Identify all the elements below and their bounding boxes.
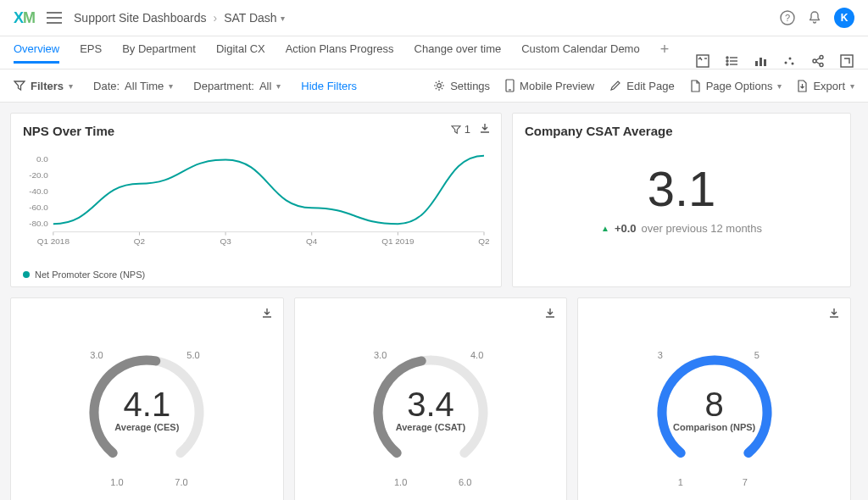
gauge-label: Average (CES) [58,422,236,432]
svg-rect-24 [841,55,853,67]
card-title: Company CSAT Average [525,124,673,138]
gauge-card-2: 8Comparison (NPS)3517 [577,297,851,500]
chevron-down-icon: ▾ [777,81,782,91]
svg-point-19 [820,56,823,59]
up-arrow-icon: ▲ [601,224,609,233]
svg-line-22 [816,58,820,61]
svg-marker-25 [14,81,25,90]
chevron-down-icon: ▾ [169,81,173,91]
svg-point-26 [437,84,442,88]
chevron-right-icon: › [213,11,217,25]
filters-button[interactable]: Filters ▾ [14,80,73,92]
tabs: OverviewEPSBy DepartmentDigital CXAction… [14,36,669,69]
hide-filters-link[interactable]: Hide Filters [301,80,357,92]
xm-logo: XM [14,9,35,27]
date-filter[interactable]: Date: All Time ▾ [93,80,173,92]
company-csat-card: Company CSAT Average 3.1 ▲ +0.0 over pre… [512,113,851,287]
avatar[interactable]: K [834,8,854,28]
app-header: XM Support Site Dashboards › SAT Dash ▾ … [0,0,868,36]
svg-point-20 [813,59,816,63]
nps-legend: Net Promoter Score (NPS) [23,269,145,280]
widget-toolbar [695,53,854,69]
page-icon [690,80,701,92]
gauge-tick: 1.0 [394,477,407,487]
gauge-tick: 7 [743,477,748,487]
svg-text:Q2: Q2 [134,236,146,246]
widget-filter-icon[interactable]: 1 [451,123,470,136]
page-options-button[interactable]: Page Options ▾ [690,80,782,92]
svg-rect-5 [697,55,709,67]
card-title: NPS Over Time [23,124,114,138]
gauge-value: 3.4 [342,386,520,424]
tab-change-over-time[interactable]: Change over time [415,42,502,64]
svg-text:-80.0: -80.0 [29,219,48,228]
svg-text:Q2: Q2 [478,236,490,246]
svg-point-11 [726,64,728,65]
svg-point-16 [785,62,787,64]
chart-table-icon[interactable] [695,53,710,69]
settings-button[interactable]: Settings [433,80,490,92]
gauge-tick: 5.0 [186,350,199,360]
gauge-card-0: 4.1Average (CES)3.05.01.07.0 [10,297,284,500]
download-icon[interactable] [828,307,840,321]
help-icon[interactable]: ? [780,10,795,25]
tab-eps[interactable]: EPS [80,42,102,64]
csat-delta: ▲ +0.0 over previous 12 months [513,222,850,235]
svg-point-18 [792,63,794,65]
gauge-card-1: 3.4Average (CSAT)3.04.01.06.0 [294,297,568,500]
svg-text:Q4: Q4 [306,236,318,246]
gauge-value: 4.1 [58,386,236,424]
gauge-tick: 1 [678,477,683,487]
gauge-tick: 5 [754,350,760,360]
download-icon[interactable] [261,307,273,321]
svg-rect-13 [755,61,758,66]
gauge-tick: 7.0 [175,477,187,487]
gauge-tick: 1.0 [110,477,123,487]
gauge-label: Comparison (NPS) [626,422,804,432]
nps-line-chart: 0.0-20.0-40.0-60.0-80.0Q1 2018Q2Q3Q4Q1 2… [19,147,492,249]
gauge-row: 4.1Average (CES)3.05.01.07.03.4Average (… [10,297,851,500]
share-icon[interactable] [810,53,826,69]
tabs-row: OverviewEPSBy DepartmentDigital CXAction… [0,36,868,69]
export-button[interactable]: Export ▾ [797,80,854,92]
gauge-tick: 3.0 [374,350,387,360]
list-icon[interactable] [724,53,739,69]
department-filter[interactable]: Department: All ▾ [193,80,281,92]
scatter-icon[interactable] [782,53,797,69]
breadcrumb-root[interactable]: Support Site Dashboards [74,11,206,25]
gauge-value: 8 [626,386,804,424]
mobile-preview-button[interactable]: Mobile Preview [505,79,594,92]
gauge-tick: 4.0 [470,350,483,360]
tab-action-plans-progress[interactable]: Action Plans Progress [286,42,394,64]
fullscreen-icon[interactable] [839,53,854,69]
download-icon[interactable] [544,307,556,321]
svg-text:-60.0: -60.0 [29,203,48,212]
svg-text:-20.0: -20.0 [29,170,48,180]
download-icon[interactable] [479,122,491,136]
svg-text:0.0: 0.0 [36,154,48,164]
tab-overview[interactable]: Overview [14,42,59,64]
bar-chart-icon[interactable] [753,53,768,69]
edit-page-button[interactable]: Edit Page [609,80,674,92]
bell-icon[interactable] [807,10,822,25]
hamburger-icon[interactable] [47,12,62,24]
gear-icon [433,80,445,92]
chevron-down-icon: ▾ [281,14,285,23]
add-tab-button[interactable]: + [660,41,670,65]
pencil-icon [609,80,621,92]
export-icon [797,80,808,92]
svg-text:Q1 2019: Q1 2019 [381,236,415,246]
svg-point-7 [726,57,728,58]
filters-label: Filters [31,80,64,92]
dashboard-selector[interactable]: SAT Dash ▾ [224,11,285,25]
chevron-down-icon: ▾ [69,81,73,91]
filters-row: Filters ▾ Date: All Time ▾ Department: A… [0,69,868,103]
gauge-tick: 6.0 [459,477,471,487]
tab-custom-calendar-demo[interactable]: Custom Calendar Demo [521,42,639,64]
svg-marker-29 [452,125,460,133]
breadcrumb-current: SAT Dash [224,11,277,25]
tab-by-department[interactable]: By Department [122,42,196,64]
tab-digital-cx[interactable]: Digital CX [216,42,265,64]
svg-rect-14 [760,58,762,66]
svg-point-9 [726,60,728,62]
